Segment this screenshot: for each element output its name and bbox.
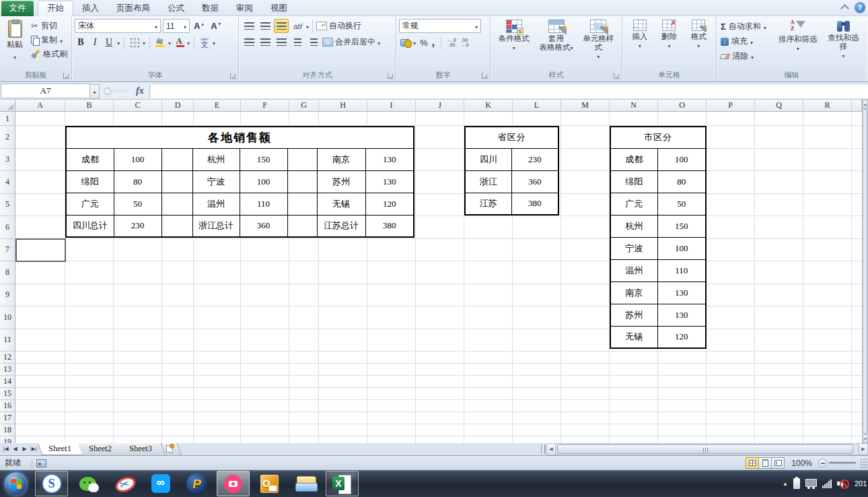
cell[interactable]: 80	[114, 170, 161, 193]
cell[interactable]: 380	[365, 215, 414, 237]
start-button[interactable]	[0, 470, 32, 497]
copy-button[interactable]: 复制	[30, 33, 69, 47]
volume-muted-icon[interactable]	[837, 478, 849, 489]
increase-indent-button[interactable]	[306, 35, 321, 49]
grow-font-button[interactable]: A▲	[192, 21, 207, 31]
scroll-up-icon[interactable]: ▲	[863, 100, 868, 108]
row-header-17[interactable]: 17	[0, 412, 15, 424]
formula-bar-splitter[interactable]	[101, 82, 131, 99]
zoom-level[interactable]: 100%	[791, 459, 812, 468]
row-header-11[interactable]: 11	[0, 329, 15, 352]
cell[interactable]	[161, 148, 192, 170]
row-header-3[interactable]: 3	[0, 149, 15, 172]
macro-record-icon[interactable]	[36, 459, 46, 467]
increase-decimal-button[interactable]: ←.0.00	[447, 38, 456, 47]
cell-styles-button[interactable]: 单元格样式	[577, 19, 619, 69]
cell[interactable]: 绵阳	[66, 170, 114, 193]
row-header-4[interactable]: 4	[0, 171, 15, 194]
cell[interactable]	[287, 170, 317, 193]
minimize-ribbon-icon[interactable]	[840, 4, 849, 11]
percent-format-button[interactable]: %	[420, 38, 428, 48]
cell[interactable]: 130	[365, 170, 414, 193]
ribbon-tab-页面布局[interactable]: 页面布局	[108, 1, 159, 16]
row-header-1[interactable]: 1	[0, 112, 15, 126]
column-header-L[interactable]: L	[513, 100, 561, 112]
decrease-decimal-button[interactable]: .00→.0	[460, 38, 469, 47]
cell[interactable]: 130	[365, 148, 414, 170]
formula-input[interactable]	[151, 84, 868, 98]
cell[interactable]: 130	[657, 281, 706, 304]
column-header-K[interactable]: K	[464, 100, 513, 112]
battery-icon[interactable]	[793, 478, 800, 489]
cell[interactable]: 南京	[317, 148, 365, 170]
clock[interactable]: 201	[855, 479, 868, 488]
page-break-view-button[interactable]	[771, 457, 785, 469]
tab-split-handle[interactable]	[541, 444, 546, 454]
cell[interactable]: 苏州	[317, 170, 365, 193]
orientation-button[interactable]: ab̸	[290, 19, 305, 33]
cell[interactable]: 100	[240, 170, 287, 193]
find-select-button[interactable]: 查找和选择	[823, 19, 864, 69]
row-header-8[interactable]: 8	[0, 261, 15, 284]
tray-expand-icon[interactable]: ▲	[783, 481, 788, 487]
zoom-slider[interactable]	[829, 462, 856, 464]
cell[interactable]: 无锡	[610, 326, 657, 348]
cell[interactable]: 四川	[465, 148, 511, 170]
row-header-13[interactable]: 13	[0, 364, 15, 376]
dialog-launcher-icon[interactable]	[614, 73, 620, 79]
ribbon-tab-视图[interactable]: 视图	[262, 1, 296, 16]
cell[interactable]: 杭州	[610, 215, 657, 237]
row-header-19[interactable]: 19	[0, 436, 15, 443]
cell[interactable]: 230	[511, 148, 558, 170]
column-header-D[interactable]: D	[162, 100, 194, 112]
ribbon-tab-公式[interactable]: 公式	[159, 1, 193, 16]
sheet-grid[interactable]: 各地销售额成都100杭州150南京130绵阳80宁波100苏州130广元50温州…	[0, 100, 868, 443]
cell[interactable]: 四川总计	[66, 215, 114, 237]
column-header-N[interactable]: N	[610, 100, 658, 112]
row-header-18[interactable]: 18	[0, 424, 15, 436]
cell[interactable]	[161, 170, 192, 193]
row-header-10[interactable]: 10	[0, 306, 15, 329]
taskbar-outlook[interactable]	[253, 471, 286, 496]
number-format-select[interactable]: 常规	[399, 19, 481, 33]
column-header-G[interactable]: G	[289, 100, 319, 112]
font-size-select[interactable]: 11	[163, 19, 190, 33]
row-header-5[interactable]: 5	[0, 194, 15, 217]
scroll-down-icon[interactable]: ▼	[863, 434, 868, 443]
font-color-button[interactable]: A	[173, 36, 185, 49]
row-header-12[interactable]: 12	[0, 352, 15, 364]
ribbon-tab-审阅[interactable]: 审阅	[227, 1, 262, 16]
taskbar-file-explorer[interactable]	[289, 471, 322, 496]
cell[interactable]: 宁波	[610, 237, 657, 259]
font-name-select[interactable]: 宋体	[75, 19, 161, 33]
taskbar-sogou-browser[interactable]	[35, 471, 68, 496]
conditional-formatting-button[interactable]: 条件格式	[493, 19, 535, 69]
taskbar-wechat[interactable]	[71, 471, 104, 496]
cell[interactable]: 成都	[610, 148, 657, 170]
cell[interactable]: 江苏	[465, 193, 511, 215]
cell[interactable]: 150	[240, 148, 287, 170]
cell[interactable]: 360	[511, 170, 558, 193]
format-as-table-button[interactable]: 套用 表格格式	[535, 19, 578, 69]
dialog-launcher-icon[interactable]	[388, 73, 394, 79]
scroll-left-icon[interactable]: ◀	[547, 444, 556, 455]
column-header-O[interactable]: O	[658, 100, 707, 112]
horizontal-scrollbar[interactable]: ◀ ▶	[546, 443, 868, 455]
row-header-6[interactable]: 6	[0, 216, 15, 239]
column-header-H[interactable]: H	[319, 100, 367, 112]
next-sheet-icon[interactable]: ▶	[20, 444, 29, 455]
cell[interactable]: 江苏总计	[317, 215, 365, 237]
cell[interactable]: 成都	[66, 148, 114, 170]
merge-center-button[interactable]: a合并后居中	[322, 36, 380, 48]
normal-view-button[interactable]	[746, 457, 759, 469]
cell[interactable]: 浙江总计	[192, 215, 240, 237]
align-center-button[interactable]	[258, 35, 273, 49]
paste-button[interactable]: 粘贴	[3, 19, 27, 69]
cell[interactable]	[287, 193, 317, 215]
cell[interactable]: 50	[657, 193, 706, 215]
taskbar-pptv[interactable]	[180, 471, 213, 496]
ribbon-tab-开始[interactable]: 开始	[38, 1, 73, 16]
cell[interactable]: 杭州	[192, 148, 240, 170]
cell[interactable]: 温州	[192, 193, 240, 215]
dialog-launcher-icon[interactable]	[230, 73, 236, 79]
